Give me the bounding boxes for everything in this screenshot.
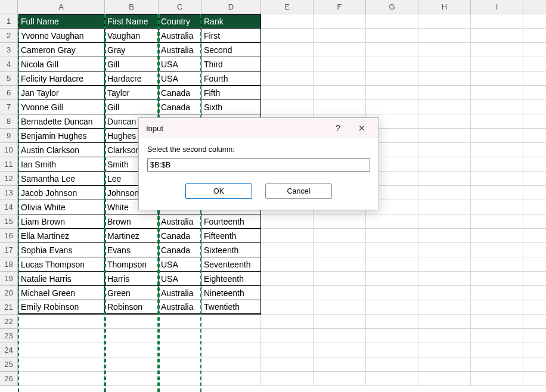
cell-H21[interactable] [418,300,471,315]
cell-A24[interactable] [18,343,105,357]
cell-J20[interactable] [523,286,546,300]
cell-H5[interactable] [418,71,471,86]
cell-E7[interactable] [261,100,314,114]
cell-D19[interactable]: Eighteenth [201,272,261,286]
cell-I9[interactable] [471,129,523,143]
col-header-F[interactable]: F [314,0,366,14]
row-header-5[interactable]: 5 [0,71,18,86]
row-header-10[interactable]: 10 [0,143,18,157]
cell-G2[interactable] [366,29,418,43]
cell-D24[interactable] [201,343,261,357]
cell-E22[interactable] [261,315,314,329]
cell-A18[interactable]: Lucas Thompson [18,257,105,272]
cell-I24[interactable] [471,343,523,357]
cell-J26[interactable] [523,372,546,386]
cell-D20[interactable]: Nineteenth [201,286,261,300]
col-header-I[interactable]: I [471,0,523,14]
cell-I13[interactable] [471,186,523,200]
cell-E3[interactable] [261,43,314,57]
cell-J4[interactable] [523,57,546,71]
row-header-21[interactable]: 21 [0,300,18,315]
cell-I6[interactable] [471,86,523,100]
cell-G4[interactable] [366,57,418,71]
cell-A10[interactable]: Austin Clarkson [18,143,105,157]
cell-F2[interactable] [314,29,366,43]
cell-D7[interactable]: Sixth [201,100,261,114]
cell-C17[interactable]: Canada [159,243,201,257]
cell-D23[interactable] [201,329,261,343]
cell-C1[interactable]: Country [159,14,201,29]
cell-J1[interactable] [523,14,546,29]
cell-C4[interactable]: USA [159,57,201,71]
cell-B6[interactable]: Taylor [105,86,159,100]
row-header-3[interactable]: 3 [0,43,18,57]
cell-F19[interactable] [314,272,366,286]
cell-I23[interactable] [471,329,523,343]
cell-A2[interactable]: Yvonne Vaughan [18,29,105,43]
cell-G23[interactable] [366,329,418,343]
col-header-B[interactable]: B [105,0,159,14]
cell-F18[interactable] [314,257,366,272]
cell-C18[interactable]: USA [159,257,201,272]
cell-J22[interactable] [523,315,546,329]
cell-E26[interactable] [261,372,314,386]
col-header-E[interactable]: E [261,0,314,14]
cell-B15[interactable]: Brown [105,214,159,229]
cell-B5[interactable]: Hardacre [105,71,159,86]
cell-D5[interactable]: Fourth [201,71,261,86]
col-header-G[interactable]: G [366,0,418,14]
cell-E20[interactable] [261,286,314,300]
cell-H2[interactable] [418,29,471,43]
cell-E1[interactable] [261,14,314,29]
cell-A11[interactable]: Ian Smith [18,157,105,172]
dialog-titlebar[interactable]: Input ? ✕ [139,118,379,138]
cell-J25[interactable] [523,357,546,372]
cell-G24[interactable] [366,343,418,357]
cell-G15[interactable] [366,214,418,229]
cell-A1[interactable]: Full Name [18,14,105,29]
cell-H10[interactable] [418,143,471,157]
cell-A21[interactable]: Emily Robinson [18,300,105,315]
dialog-help-button[interactable]: ? [326,120,350,136]
cell-G3[interactable] [366,43,418,57]
cell-G25[interactable] [366,357,418,372]
cell-G19[interactable] [366,272,418,286]
cell-B4[interactable]: Gill [105,57,159,71]
cell-I7[interactable] [471,100,523,114]
cell-C26[interactable] [159,372,201,386]
cell-I4[interactable] [471,57,523,71]
cell-C21[interactable]: Australia [159,300,201,315]
row-header-19[interactable]: 19 [0,272,18,286]
cell-A16[interactable]: Ella Martinez [18,229,105,243]
cell-C19[interactable]: USA [159,272,201,286]
cell-E6[interactable] [261,86,314,100]
cell-H8[interactable] [418,114,471,129]
cell-A4[interactable]: Nicola Gill [18,57,105,71]
cell-G26[interactable] [366,372,418,386]
row-header-13[interactable]: 13 [0,186,18,200]
cell-F16[interactable] [314,229,366,243]
row-header-15[interactable]: 15 [0,214,18,229]
cell-I19[interactable] [471,272,523,286]
cell-C20[interactable]: Australia [159,286,201,300]
cell-I10[interactable] [471,143,523,157]
dialog-close-button[interactable]: ✕ [350,120,374,136]
cell-A19[interactable]: Natalie Harris [18,272,105,286]
cell-F23[interactable] [314,329,366,343]
cell-G22[interactable] [366,315,418,329]
cell-G21[interactable] [366,300,418,315]
cell-J10[interactable] [523,143,546,157]
cell-I11[interactable] [471,157,523,172]
cell-D2[interactable]: First [201,29,261,43]
cell-C6[interactable]: Canada [159,86,201,100]
cell-H9[interactable] [418,129,471,143]
cell-H14[interactable] [418,200,471,214]
cell-H16[interactable] [418,229,471,243]
cell-J7[interactable] [523,100,546,114]
cell-G18[interactable] [366,257,418,272]
cell-A13[interactable]: Jacob Johnson [18,186,105,200]
cell-B16[interactable]: Martinez [105,229,159,243]
cell-D3[interactable]: Second [201,43,261,57]
cell-J24[interactable] [523,343,546,357]
cancel-button[interactable]: Cancel [265,183,332,199]
